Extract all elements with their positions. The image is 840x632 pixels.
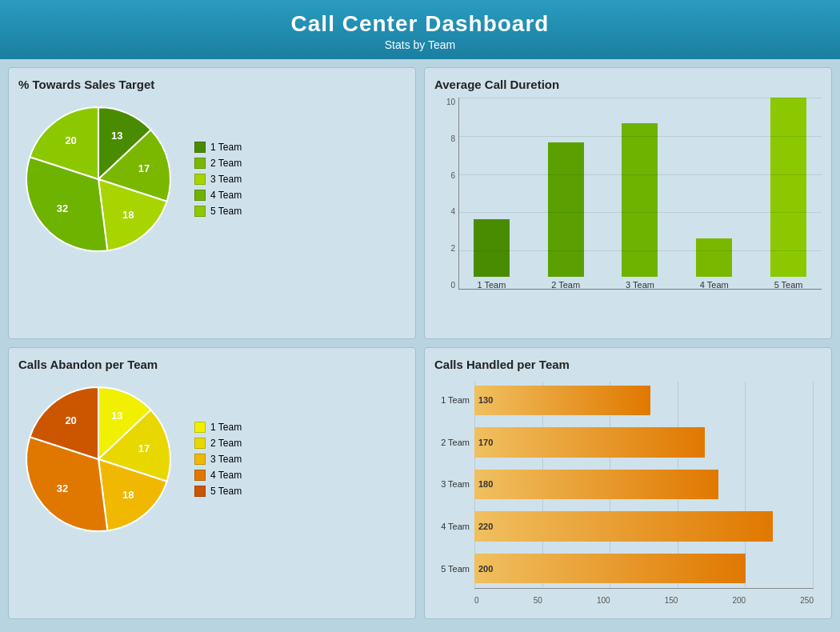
legend-label-3: 3 Team [210,174,242,185]
handled-y-label-1: 1 Team [434,382,473,419]
handled-bar-row-4: 220 [474,508,814,546]
legend-color-3 [194,174,206,185]
panel-calls-handled: Calls Handled per Team 130170180220200 0… [424,347,832,619]
legend-label-4: 4 Team [210,190,242,201]
abandon-legend-label-3: 3 Team [210,454,242,465]
handled-axis-line [474,588,814,589]
legend-item-4: 4 Team [194,190,242,201]
svg-text:20: 20 [65,134,76,146]
duration-grid [458,98,822,290]
legend-label-2: 2 Team [210,158,242,169]
handled-y-label-5: 5 Team [434,550,473,587]
duration-bar-area: 10 8 6 4 2 0 1 Team2 Team3 Team4 Team5 T… [434,98,822,314]
abandon-legend: 1 Team 2 Team 3 Team 4 Team 5 Team [194,422,242,497]
legend-label-1: 1 Team [210,142,242,153]
handled-y-label-2: 2 Team [434,424,473,462]
svg-text:17: 17 [138,162,150,174]
header: Call Center Dashboard Stats by Team [0,0,840,59]
abandon-legend-color-4 [194,470,206,481]
legend-item-1: 1 Team [194,142,242,153]
abandon-legend-label-5: 5 Team [210,486,242,497]
panel-handled-title: Calls Handled per Team [434,358,822,371]
legend-color-5 [194,206,206,217]
abandon-legend-item-4: 4 Team [194,470,242,481]
abandon-legend-label-1: 1 Team [210,422,242,433]
handled-bar-row-3: 180 [474,466,814,503]
legend-color-2 [194,158,206,169]
abandon-legend-item-2: 2 Team [194,438,242,449]
panel-sales-target: % Towards Sales Target 1317183220 1 Team… [8,67,416,339]
handled-bars: 130170180220200 [474,382,814,587]
sales-legend: 1 Team 2 Team 3 Team 4 Team 5 Team [194,142,242,217]
abandon-pie-chart: 1317183220 [18,379,178,539]
legend-item-3: 3 Team [194,174,242,185]
dashboard-title: Call Center Dashboard [0,11,840,37]
abandon-legend-color-5 [194,486,206,497]
handled-bar-fill-4: 220 [474,511,773,541]
abandon-legend-color-2 [194,438,206,449]
svg-text:13: 13 [111,130,122,142]
abandon-legend-color-1 [194,422,206,433]
abandon-legend-label-2: 2 Team [210,438,242,449]
handled-bar-value-4: 220 [478,522,493,531]
dashboard-subtitle: Stats by Team [0,38,840,51]
handled-chart-container: 130170180220200 0 50 100 150 200 250 1 T… [434,378,822,605]
legend-color-1 [194,142,206,153]
handled-bar-row-1: 130 [474,382,814,419]
svg-text:17: 17 [138,442,150,454]
sales-pie-container: 1317183220 1 Team 2 Team 3 Team 4 Team [18,99,406,259]
svg-text:32: 32 [57,202,68,214]
handled-bar-fill-2: 170 [474,427,705,457]
handled-y-label-4: 4 Team [434,508,473,546]
handled-bar-value-2: 170 [478,438,493,447]
panel-abandon-title: Calls Abandon per Team [18,358,406,371]
handled-bar-value-5: 200 [478,564,493,574]
handled-bar-row-2: 170 [474,424,814,462]
handled-x-labels: 0 50 100 150 200 250 [474,596,814,605]
legend-color-4 [194,190,206,201]
svg-text:20: 20 [65,414,76,426]
legend-item-2: 2 Team [194,158,242,169]
abandon-legend-item-5: 5 Team [194,486,242,497]
abandon-pie-container: 1317183220 1 Team 2 Team 3 Team 4 Team [18,379,406,539]
handled-bar-fill-3: 180 [474,470,718,499]
handled-bar-fill-1: 130 [474,386,650,415]
handled-bar-row-5: 200 [474,550,814,587]
panel-sales-title: % Towards Sales Target [18,78,406,91]
panel-calls-abandon: Calls Abandon per Team 1317183220 1 Team… [8,347,416,619]
abandon-legend-item-1: 1 Team [194,422,242,433]
handled-bar-fill-5: 200 [474,554,746,583]
sales-pie-chart: 1317183220 [18,99,178,259]
handled-bar-value-3: 180 [478,479,493,489]
handled-bar-value-1: 130 [478,395,493,405]
handled-y-label-3: 3 Team [434,466,473,503]
duration-y-axis: 10 8 6 4 2 0 [434,98,458,290]
dashboard-grid: % Towards Sales Target 1317183220 1 Team… [0,59,840,627]
abandon-legend-item-3: 3 Team [194,454,242,465]
legend-item-5: 5 Team [194,206,242,217]
abandon-legend-color-3 [194,454,206,465]
panel-duration-title: Average Call Duretion [434,78,822,91]
panel-avg-duration: Average Call Duretion 10 8 6 4 2 0 1 T [424,67,832,339]
svg-text:13: 13 [111,410,122,422]
handled-y-labels: 1 Team2 Team3 Team4 Team5 Team [434,382,473,587]
svg-text:18: 18 [122,489,134,501]
legend-label-5: 5 Team [210,206,242,217]
svg-text:18: 18 [122,209,134,221]
svg-text:32: 32 [57,482,68,494]
abandon-legend-label-4: 4 Team [210,470,242,481]
